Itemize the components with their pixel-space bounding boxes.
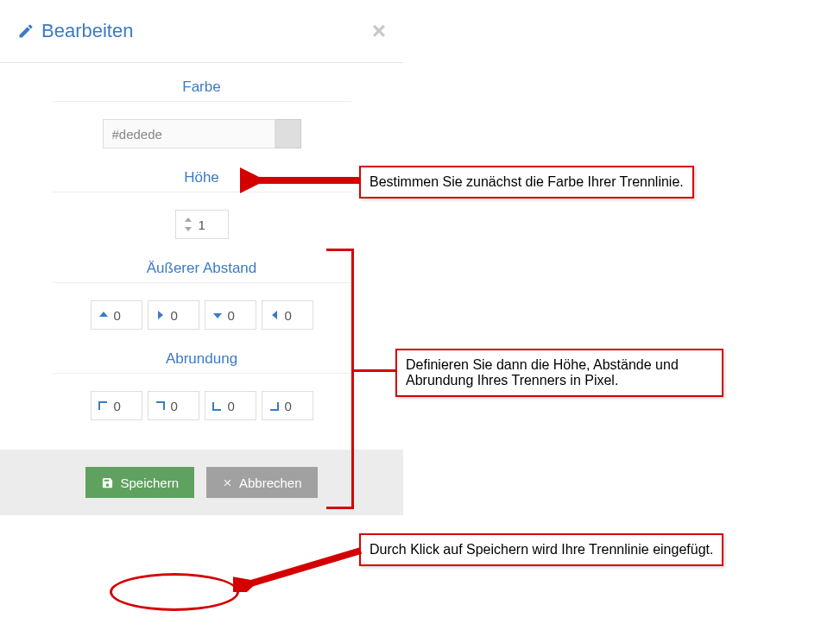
- dialog-title: Bearbeiten: [41, 20, 133, 42]
- margin-top-input[interactable]: [111, 308, 136, 323]
- chevron-right-icon: [154, 310, 167, 320]
- section-radius-label: Abrundung: [52, 350, 351, 374]
- margin-right-field[interactable]: [148, 300, 199, 330]
- corner-top-left-icon: [97, 401, 111, 411]
- radius-br-field[interactable]: [262, 391, 313, 420]
- annotation-ellipse: [110, 573, 239, 611]
- chevron-up-icon: [97, 310, 111, 320]
- save-button-label: Speichern: [120, 476, 179, 490]
- radius-bl-field[interactable]: [205, 391, 256, 420]
- radius-tr-field[interactable]: [148, 391, 199, 420]
- section-color: Farbe: [0, 63, 403, 154]
- height-arrows-icon: [181, 217, 195, 231]
- margin-bottom-field[interactable]: [205, 300, 256, 330]
- callout-color: Bestimmen Sie zunächst die Farbe Ihrer T…: [359, 166, 694, 198]
- radius-tl-input[interactable]: [111, 399, 136, 413]
- pencil-icon: [17, 22, 35, 40]
- margin-left-field[interactable]: [262, 300, 313, 330]
- margin-top-field[interactable]: [91, 300, 142, 330]
- save-button[interactable]: Speichern: [85, 467, 194, 498]
- cancel-icon: [222, 477, 233, 488]
- callout-save: Durch Klick auf Speichern wird Ihre Tren…: [359, 533, 723, 566]
- arrow-icon: [240, 167, 361, 193]
- height-input[interactable]: [195, 217, 221, 232]
- close-icon[interactable]: ×: [372, 19, 386, 43]
- margin-left-input[interactable]: [281, 308, 307, 323]
- radius-br-input[interactable]: [281, 399, 307, 413]
- radius-tl-field[interactable]: [91, 391, 142, 420]
- height-field[interactable]: [175, 210, 229, 239]
- color-value-input[interactable]: [103, 119, 275, 148]
- cancel-button-label: Abbrechen: [239, 476, 302, 490]
- chevron-down-icon: [211, 310, 224, 320]
- callout-dimensions: Definieren Sie dann die Höhe, Abstände u…: [395, 349, 723, 397]
- dialog-header: Bearbeiten ×: [0, 0, 403, 63]
- margin-right-input[interactable]: [167, 308, 193, 323]
- section-color-label: Farbe: [52, 79, 351, 102]
- color-input-group: [52, 119, 351, 148]
- bracket-connector: [352, 369, 397, 372]
- cancel-button[interactable]: Abbrechen: [206, 467, 318, 498]
- corner-top-right-icon: [154, 401, 167, 411]
- dialog-title-row: Bearbeiten: [17, 20, 133, 42]
- save-icon: [101, 476, 114, 489]
- section-margin-label: Äußerer Abstand: [52, 260, 351, 283]
- annotation-bracket: [326, 249, 354, 509]
- svg-line-1: [245, 551, 361, 585]
- margin-bottom-input[interactable]: [224, 308, 250, 323]
- radius-bl-input[interactable]: [224, 399, 250, 413]
- corner-bottom-right-icon: [268, 401, 281, 411]
- corner-bottom-left-icon: [211, 401, 224, 411]
- arrow-icon: [233, 547, 363, 592]
- radius-tr-input[interactable]: [167, 399, 193, 413]
- color-swatch[interactable]: [275, 119, 301, 148]
- chevron-left-icon: [268, 310, 281, 320]
